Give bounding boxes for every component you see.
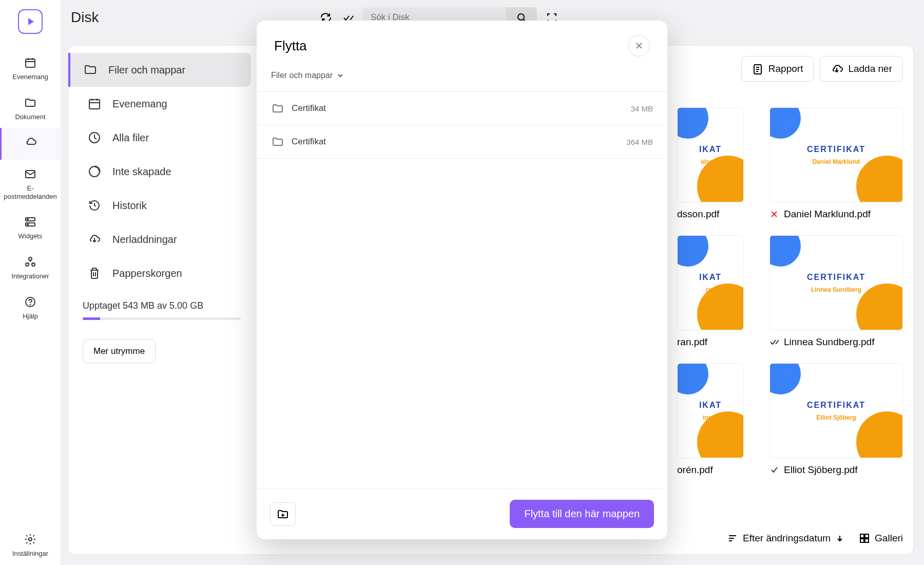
modal-overlay: Flytta Filer och mappar Certifikat 34 MB… — [0, 0, 924, 565]
breadcrumb-label: Filer och mappar — [271, 71, 333, 80]
modal-title: Flytta — [274, 38, 307, 54]
folder-row[interactable]: Certifikat 34 MB — [257, 92, 667, 125]
new-folder-button[interactable] — [270, 502, 296, 526]
folder-size: 364 MB — [626, 138, 653, 146]
folder-icon — [271, 102, 283, 115]
folder-list: Certifikat 34 MB Certifikat 364 MB — [257, 92, 667, 488]
folder-name: Certifikat — [292, 137, 618, 147]
folder-name: Certifikat — [292, 103, 623, 114]
chevron-down-icon — [337, 72, 344, 79]
folder-icon — [271, 136, 283, 148]
folder-row[interactable]: Certifikat 364 MB — [257, 125, 667, 159]
move-modal: Flytta Filer och mappar Certifikat 34 MB… — [257, 21, 667, 539]
breadcrumb[interactable]: Filer och mappar — [265, 67, 350, 84]
close-button[interactable] — [628, 35, 650, 56]
close-icon — [635, 42, 643, 50]
move-confirm-button[interactable]: Flytta till den här mappen — [510, 500, 654, 528]
folder-plus-icon — [277, 508, 289, 520]
folder-size: 34 MB — [631, 104, 653, 113]
